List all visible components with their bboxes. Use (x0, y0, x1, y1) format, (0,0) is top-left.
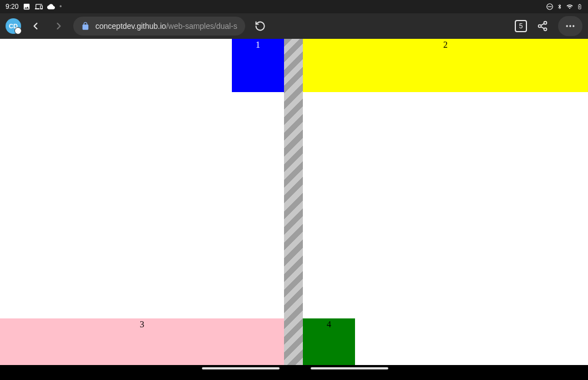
share-button[interactable] (533, 16, 552, 36)
bluetooth-icon (557, 3, 562, 10)
image-icon (23, 3, 31, 11)
svg-point-11 (572, 25, 574, 27)
dot-indicator: • (59, 3, 62, 11)
browser-toolbar: CD conceptdev.github.io/web-samples/dual… (0, 13, 588, 39)
address-bar[interactable]: conceptdev.github.io/web-samples/dual-s (73, 17, 245, 36)
url-text: conceptdev.github.io/web-samples/dual-s (95, 22, 237, 31)
svg-point-9 (566, 25, 568, 27)
box-4: 4 (303, 318, 355, 365)
box-3: 3 (0, 318, 284, 365)
gesture-bar-left[interactable] (202, 367, 280, 369)
battery-icon (577, 3, 582, 11)
svg-point-10 (569, 25, 571, 27)
svg-point-4 (544, 22, 547, 24)
dual-screen-hinge (284, 39, 303, 365)
cloud-icon (47, 3, 55, 11)
status-bar: 9:20 • (0, 0, 588, 13)
lock-icon (81, 22, 90, 31)
box-1: 1 (232, 39, 284, 92)
back-button[interactable] (27, 17, 44, 35)
page-viewport: 1 2 3 4 (0, 39, 588, 372)
status-time: 9:20 (6, 3, 18, 11)
menu-button[interactable] (558, 16, 582, 36)
svg-line-8 (541, 27, 544, 28)
forward-button[interactable] (50, 17, 68, 35)
box-2: 2 (303, 39, 588, 92)
reload-button[interactable] (251, 17, 270, 36)
devices-icon (35, 3, 43, 11)
gesture-bar-right[interactable] (311, 367, 388, 369)
svg-line-7 (541, 23, 544, 25)
dnd-icon (546, 3, 554, 11)
svg-point-6 (544, 28, 547, 31)
svg-point-5 (539, 25, 541, 28)
wifi-icon (566, 3, 574, 10)
tab-switcher-button[interactable]: 5 (515, 20, 527, 32)
page-content: 1 2 3 4 (0, 39, 588, 365)
profile-avatar[interactable]: CD (6, 18, 21, 34)
